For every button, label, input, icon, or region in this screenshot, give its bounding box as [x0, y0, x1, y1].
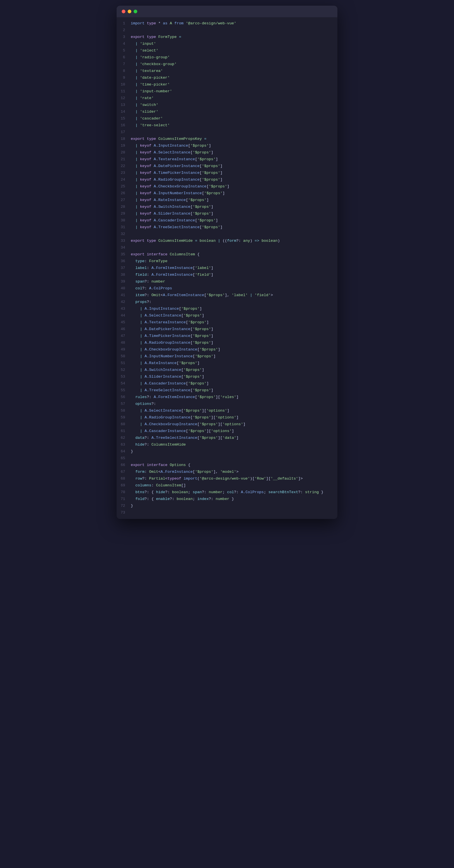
line-48: 48 | A.RadioGroupInstance['$props']	[117, 339, 337, 346]
line-38: 38 field: A.FormItemInstance['field']	[117, 272, 337, 278]
line-51: 51 | A.RateInstance['$props']	[117, 360, 337, 367]
line-66: 66 export interface Options {	[117, 462, 337, 469]
line-26: 26 | keyof A.InputNumberInstance['$props…	[117, 190, 337, 197]
line-61: 61 | A.CascaderInstance['$props']['optio…	[117, 428, 337, 435]
line-68: 68 row?: Partial<typeof import('@arco-de…	[117, 475, 337, 482]
line-18: 18 export type ColumnsItemPropsKey =	[117, 135, 337, 143]
line-33: 33 export type ColumnsItemHide = boolean…	[117, 238, 337, 244]
line-46: 46 | A.DatePickerInstance['$props']	[117, 326, 337, 333]
line-60: 60 | A.CheckboxGroupInstance['$props']['…	[117, 421, 337, 428]
line-31: 31 | keyof A.TreeSelectInstance['$props'…	[117, 224, 337, 231]
code-area: 1 import type * as A from '@arco-design/…	[117, 17, 337, 519]
line-32: 32	[117, 231, 337, 238]
line-19: 19 | keyof A.InputInstance['$props']	[117, 143, 337, 149]
line-34: 34	[117, 244, 337, 251]
line-63: 63 hide?: ColumnsItemHide	[117, 441, 337, 448]
titlebar	[117, 6, 337, 17]
line-42: 42 props?:	[117, 299, 337, 306]
line-57: 57 options?:	[117, 401, 337, 407]
line-23: 23 | keyof A.TimePickerInstance['$props'…	[117, 169, 337, 176]
line-41: 41 item?: Omit<A.FormItemInstance['$prop…	[117, 292, 337, 299]
line-67: 67 form: Omit<A.FormInstance['$props'], …	[117, 469, 337, 475]
line-59: 59 | A.RadioGroupInstance['$props']['opt…	[117, 414, 337, 421]
line-44: 44 | A.SelectInstance['$props']	[117, 312, 337, 319]
line-53: 53 | A.SliderInstance['$props']	[117, 373, 337, 380]
line-73: 73	[117, 509, 337, 516]
line-10: 10 | 'time-picker'	[117, 81, 337, 88]
line-36: 36 type: FormType	[117, 258, 337, 265]
line-62: 62 data?: A.TreeSelectInstance['$props']…	[117, 435, 337, 441]
line-9: 9 | 'date-picker'	[117, 74, 337, 81]
line-25: 25 | keyof A.CheckboxGroupInstance['$pro…	[117, 183, 337, 190]
line-54: 54 | A.CascaderInstance['$props']	[117, 380, 337, 387]
maximize-dot[interactable]	[134, 10, 137, 13]
line-56: 56 rules?: A.FormItemInstance['$props'][…	[117, 394, 337, 401]
line-39: 39 span?: number	[117, 278, 337, 285]
line-15: 15 | 'cascader'	[117, 115, 337, 122]
line-35: 35 export interface ColumnsItem {	[117, 251, 337, 258]
line-52: 52 | A.SwitchInstance['$props']	[117, 367, 337, 373]
line-43: 43 | A.InputInstance['$props']	[117, 306, 337, 312]
line-3: 3 export type FormType =	[117, 34, 337, 40]
line-45: 45 | A.TextareaInstance['$props']	[117, 319, 337, 326]
line-6: 6 | 'radio-group'	[117, 54, 337, 61]
minimize-dot[interactable]	[128, 10, 131, 13]
line-8: 8 | 'textarea'	[117, 68, 337, 74]
line-1: 1 import type * as A from '@arco-design/…	[117, 20, 337, 27]
line-13: 13 | 'switch'	[117, 102, 337, 108]
line-22: 22 | keyof A.DatePickerInstance['$props'…	[117, 163, 337, 169]
line-70: 70 btns?: { hide?: boolean; span?: numbe…	[117, 489, 337, 496]
line-28: 28 | keyof A.SwitchInstance['$props']	[117, 204, 337, 210]
close-dot[interactable]	[122, 10, 125, 13]
line-49: 49 | A.CheckboxGroupInstance['$props']	[117, 346, 337, 353]
line-37: 37 label: A.FormItemInstance['label']	[117, 265, 337, 272]
line-71: 71 fold?: { enable?: boolean; index?: nu…	[117, 496, 337, 502]
line-72: 72 }	[117, 502, 337, 509]
line-58: 58 | A.SelectInstance['$props']['options…	[117, 407, 337, 414]
line-29: 29 | keyof A.SliderInstance['$props']	[117, 210, 337, 217]
line-55: 55 | A.TreeSelectInstance['$props']	[117, 387, 337, 394]
code-editor-window: 1 import type * as A from '@arco-design/…	[117, 6, 337, 519]
line-7: 7 | 'checkbox-group'	[117, 61, 337, 68]
line-14: 14 | 'slider'	[117, 108, 337, 115]
line-4: 4 | 'input'	[117, 40, 337, 47]
line-64: 64 }	[117, 448, 337, 455]
line-50: 50 | A.InputNumberInstance['$props']	[117, 353, 337, 360]
line-16: 16 | 'tree-select'	[117, 122, 337, 129]
line-21: 21 | keyof A.TextareaInstance['$props']	[117, 156, 337, 163]
line-11: 11 | 'input-number'	[117, 88, 337, 95]
line-69: 69 columns: ColumnsItem[]	[117, 482, 337, 489]
line-20: 20 | keyof A.SelectInstance['$props']	[117, 149, 337, 156]
line-40: 40 col?: A.ColProps	[117, 285, 337, 292]
line-65: 65	[117, 455, 337, 462]
line-2: 2	[117, 27, 337, 34]
line-5: 5 | 'select'	[117, 47, 337, 54]
line-24: 24 | keyof A.RadioGroupInstance['$props'…	[117, 176, 337, 183]
line-27: 27 | keyof A.RateInstance['$props']	[117, 197, 337, 204]
line-47: 47 | A.TimePickerInstance['$props']	[117, 333, 337, 339]
line-17: 17	[117, 129, 337, 135]
line-30: 30 | keyof A.CascaderInstance['$props']	[117, 217, 337, 224]
line-12: 12 | 'rate'	[117, 95, 337, 102]
